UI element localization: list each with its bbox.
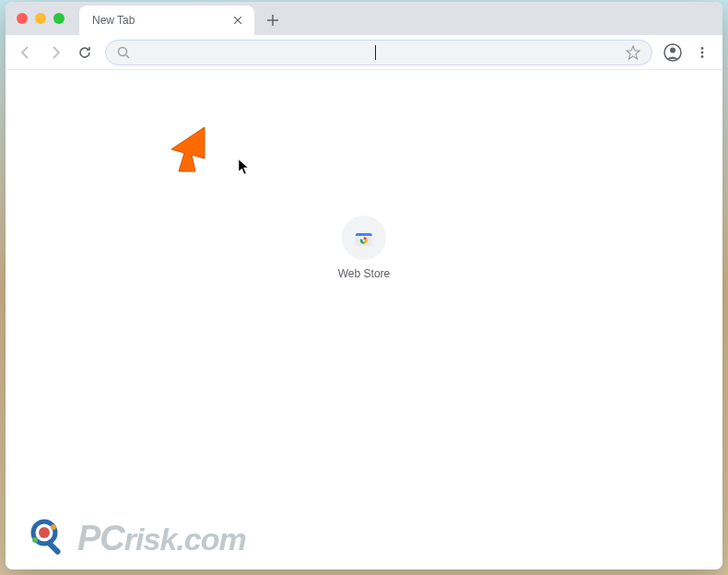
- text-cursor: [375, 45, 376, 60]
- watermark-logo-icon: [28, 516, 72, 560]
- svg-point-2: [670, 47, 675, 53]
- shortcut-web-store[interactable]: Web Store: [338, 216, 390, 280]
- titlebar: New Tab: [6, 2, 722, 35]
- svg-point-12: [51, 524, 56, 530]
- svg-point-13: [32, 537, 38, 543]
- maximize-window-button[interactable]: [53, 13, 65, 24]
- star-icon: [626, 45, 640, 60]
- shortcut-icon-container: [342, 216, 386, 260]
- annotation-cursor: [238, 158, 251, 179]
- bookmark-button[interactable]: [626, 45, 640, 60]
- browser-window: New Tab: [6, 2, 722, 569]
- close-icon: [234, 17, 241, 24]
- toolbar: [6, 35, 722, 70]
- close-window-button[interactable]: [17, 13, 28, 24]
- watermark-text-rest: risk.com: [124, 522, 246, 557]
- plus-icon: [267, 15, 278, 26]
- tab-title: New Tab: [92, 14, 135, 27]
- new-tab-button[interactable]: [260, 7, 286, 33]
- browser-tab[interactable]: New Tab: [79, 6, 254, 35]
- address-bar[interactable]: [105, 40, 652, 65]
- svg-point-0: [119, 47, 127, 55]
- web-store-icon: [353, 227, 375, 249]
- profile-icon: [663, 43, 682, 62]
- svg-point-10: [39, 527, 50, 538]
- profile-button[interactable]: [660, 40, 686, 65]
- svg-point-8: [363, 240, 365, 241]
- watermark-text: PCrisk.com: [77, 519, 246, 558]
- watermark-text-pc: PC: [77, 519, 124, 557]
- shortcut-label: Web Store: [338, 267, 390, 280]
- svg-point-4: [701, 51, 704, 53]
- arrow-left-icon: [18, 45, 33, 60]
- forward-button[interactable]: [42, 40, 68, 65]
- svg-point-3: [701, 47, 704, 50]
- tab-close-button[interactable]: [230, 13, 245, 28]
- watermark: PCrisk.com: [28, 516, 246, 560]
- cursor-icon: [238, 158, 251, 175]
- pointer-arrow-icon: [170, 125, 225, 181]
- url-input[interactable]: [137, 45, 373, 60]
- search-icon: [117, 46, 130, 59]
- back-button[interactable]: [13, 40, 39, 65]
- reload-icon: [77, 45, 92, 60]
- svg-rect-11: [46, 540, 62, 556]
- svg-point-5: [701, 55, 704, 58]
- reload-button[interactable]: [72, 40, 98, 65]
- window-controls: [17, 13, 65, 24]
- annotation-arrow: [170, 125, 225, 184]
- kebab-icon: [696, 46, 709, 59]
- new-tab-page: Web Store PCrisk.co: [6, 70, 722, 569]
- minimize-window-button[interactable]: [35, 13, 46, 24]
- arrow-right-icon: [48, 45, 63, 60]
- menu-button[interactable]: [689, 40, 715, 65]
